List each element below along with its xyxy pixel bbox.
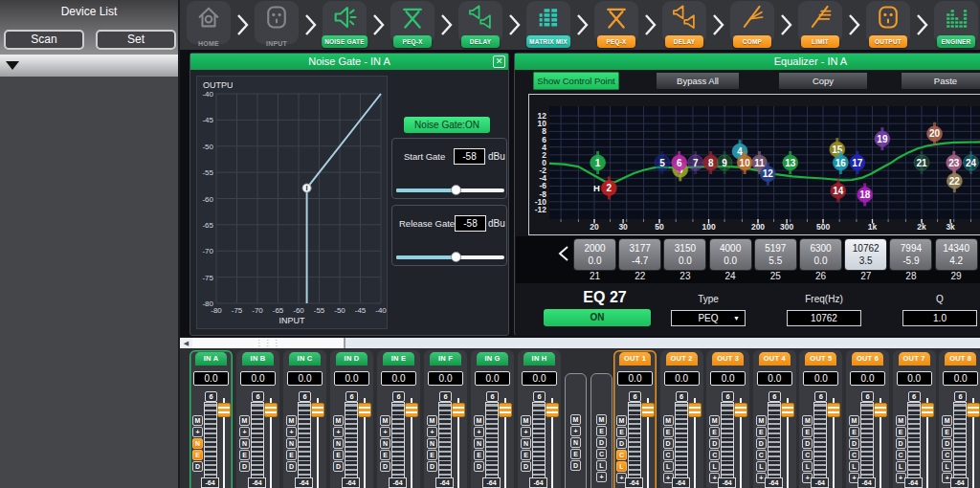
channel-button-l[interactable]: L xyxy=(709,461,720,472)
channel-button-c[interactable]: C xyxy=(896,450,906,460)
channel-gain-value[interactable]: 0.0 xyxy=(897,371,932,386)
channel-strip-out-5[interactable]: OUT 50.06-64MEDCL+ xyxy=(799,350,842,488)
eq-on-button[interactable]: ON xyxy=(544,309,651,326)
channel-button-m[interactable]: M xyxy=(286,415,297,426)
bus-button-e[interactable]: E xyxy=(570,449,581,459)
band-cell-27[interactable]: 107623.5 xyxy=(844,238,887,271)
channel-button-c[interactable]: C xyxy=(616,450,627,460)
start-gate-slider[interactable] xyxy=(396,189,504,192)
channel-button-d[interactable]: D xyxy=(521,461,531,472)
channel-strip-in-h[interactable]: IN H0.06-64M+NED xyxy=(518,350,561,488)
channel-button-e[interactable]: E xyxy=(756,427,767,437)
channel-tab[interactable]: OUT 4 xyxy=(759,352,791,366)
channel-button-plus[interactable]: + xyxy=(427,427,437,437)
channel-button-m[interactable]: M xyxy=(849,415,859,426)
channel-button-d[interactable]: D xyxy=(239,461,250,472)
channel-button-plus[interactable]: + xyxy=(474,427,484,437)
channel-button-m[interactable]: M xyxy=(380,415,390,426)
channel-button-e[interactable]: E xyxy=(474,450,484,460)
channel-strip-out-2[interactable]: OUT 20.06-64MEDCL+ xyxy=(660,350,703,488)
channel-button-l[interactable]: L xyxy=(756,461,767,472)
channel-button-e[interactable]: E xyxy=(333,450,344,460)
fader-handle[interactable] xyxy=(405,403,418,417)
bus-button-n[interactable]: N xyxy=(570,437,581,448)
channel-button-d[interactable]: D xyxy=(709,438,720,449)
channel-strip-out-6[interactable]: OUT 60.06-64MEDCL+ xyxy=(846,350,889,488)
fader-handle[interactable] xyxy=(781,403,794,417)
channel-button-d[interactable]: D xyxy=(474,461,484,472)
channel-button-d[interactable]: D xyxy=(380,461,390,472)
bypass-all-button[interactable]: Bypass All xyxy=(656,72,740,90)
channel-tab[interactable]: OUT 6 xyxy=(852,352,883,366)
fader-handle[interactable] xyxy=(452,403,465,417)
channel-button-l[interactable]: L xyxy=(802,461,813,472)
channel-strip-out-1[interactable]: OUT 10.06-64MEDCL+ xyxy=(613,350,657,488)
close-icon[interactable]: ✕ xyxy=(493,55,505,68)
channel-strip-in-f[interactable]: IN F0.06-64M+NED xyxy=(424,350,467,488)
channel-tab[interactable]: OUT 2 xyxy=(666,352,698,366)
paste-button[interactable]: Paste xyxy=(901,72,980,90)
release-gate-value-field[interactable]: -58 xyxy=(455,215,486,232)
channel-strip-in-b[interactable]: IN B0.06-64M+NED xyxy=(236,350,279,488)
channel-button-n[interactable]: N xyxy=(286,438,297,449)
band-cell-28[interactable]: 7994-5.9 xyxy=(889,238,932,271)
channel-button-d[interactable]: D xyxy=(616,438,627,449)
bus-button-e[interactable]: E xyxy=(596,426,607,436)
band-cell-21[interactable]: 20000.0 xyxy=(573,238,616,271)
channel-button-m[interactable]: M xyxy=(427,415,437,426)
channel-button-plus[interactable]: + xyxy=(380,427,390,437)
release-gate-slider[interactable] xyxy=(396,255,504,259)
channel-button-d[interactable]: D xyxy=(333,461,344,472)
channel-button-e[interactable]: E xyxy=(286,450,297,460)
channel-gain-value[interactable]: 0.0 xyxy=(757,371,792,386)
channel-button-e[interactable]: E xyxy=(896,427,906,437)
band-cell-23[interactable]: 31500.0 xyxy=(663,238,706,271)
channel-button-m[interactable]: M xyxy=(942,415,952,426)
channel-button-l[interactable]: L xyxy=(849,461,859,472)
channel-button-n[interactable]: N xyxy=(333,438,344,449)
channel-button-n[interactable]: N xyxy=(380,438,390,449)
start-gate-value-field[interactable]: -58 xyxy=(454,148,485,165)
channel-button-e[interactable]: E xyxy=(616,427,627,437)
channel-button-m[interactable]: M xyxy=(663,415,674,426)
channel-button-e[interactable]: E xyxy=(663,427,674,437)
channel-button-d[interactable]: D xyxy=(663,438,674,449)
channel-button-l[interactable]: L xyxy=(896,461,906,472)
bus-button-d[interactable]: D xyxy=(596,437,607,448)
bus-button-m[interactable]: M xyxy=(570,414,581,425)
channel-gain-value[interactable]: 0.0 xyxy=(664,371,700,386)
band-scroll-left-icon[interactable] xyxy=(558,245,569,262)
channel-gain-value[interactable]: 0.0 xyxy=(381,371,416,386)
fader-handle[interactable] xyxy=(264,403,278,417)
channel-button-c[interactable]: C xyxy=(756,450,767,460)
channel-gain-value[interactable]: 0.0 xyxy=(710,371,746,386)
channel-button-m[interactable]: M xyxy=(896,415,906,426)
channel-button-n[interactable]: N xyxy=(239,438,250,449)
bus-button-l[interactable]: L xyxy=(596,460,607,471)
bus-button-plus[interactable]: + xyxy=(570,426,581,436)
channel-button-plus[interactable]: + xyxy=(192,427,203,437)
channel-button-n[interactable]: N xyxy=(474,438,484,449)
channel-button-n[interactable]: N xyxy=(427,438,437,449)
channel-gain-value[interactable]: 0.0 xyxy=(334,371,369,386)
channel-strip-out-3[interactable]: OUT 30.06-64MEDCL+ xyxy=(706,350,749,488)
bus-button-d[interactable]: D xyxy=(570,460,581,471)
channel-strip-in-a[interactable]: IN A0.06-64M+NED xyxy=(189,350,233,488)
channel-button-l[interactable]: L xyxy=(663,461,674,472)
channel-button-c[interactable]: C xyxy=(663,450,674,460)
channel-strip-in-c[interactable]: IN C0.06-64M+NED xyxy=(283,350,326,488)
channel-button-m[interactable]: M xyxy=(333,415,344,426)
type-dropdown[interactable]: PEQ ▼ xyxy=(671,310,746,326)
freq-field[interactable]: 10762 xyxy=(787,310,861,326)
channel-strip-out-7[interactable]: OUT 70.06-64MEDCL+ xyxy=(893,350,936,488)
channel-button-l[interactable]: L xyxy=(942,461,952,472)
fader-handle[interactable] xyxy=(641,403,655,417)
channel-button-c[interactable]: C xyxy=(849,450,859,460)
channel-button-d[interactable]: D xyxy=(802,438,813,449)
toolbar-item-home[interactable]: HOME xyxy=(187,1,231,44)
fader-handle[interactable] xyxy=(688,403,702,417)
channel-button-m[interactable]: M xyxy=(709,415,720,426)
channel-button-e[interactable]: E xyxy=(239,450,250,460)
channel-button-plus[interactable]: + xyxy=(333,427,344,437)
band-cell-29[interactable]: 143404.2 xyxy=(935,238,978,271)
